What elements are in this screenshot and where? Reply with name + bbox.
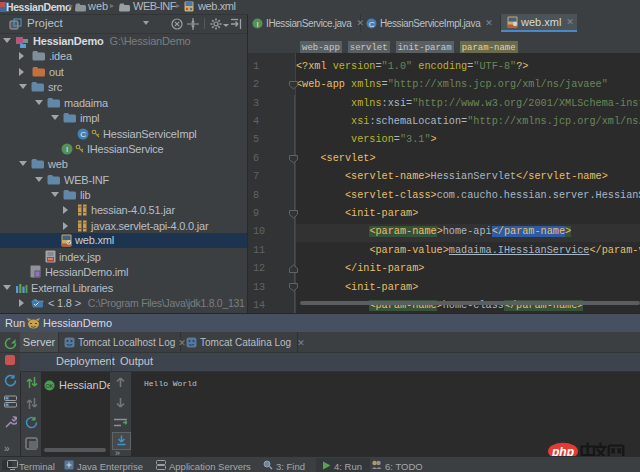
svg-text:I: I [66,145,68,154]
svg-text:C: C [80,130,86,139]
svg-text:OK: OK [46,383,54,389]
svg-text:C: C [369,19,375,28]
svg-text:I: I [257,19,259,28]
